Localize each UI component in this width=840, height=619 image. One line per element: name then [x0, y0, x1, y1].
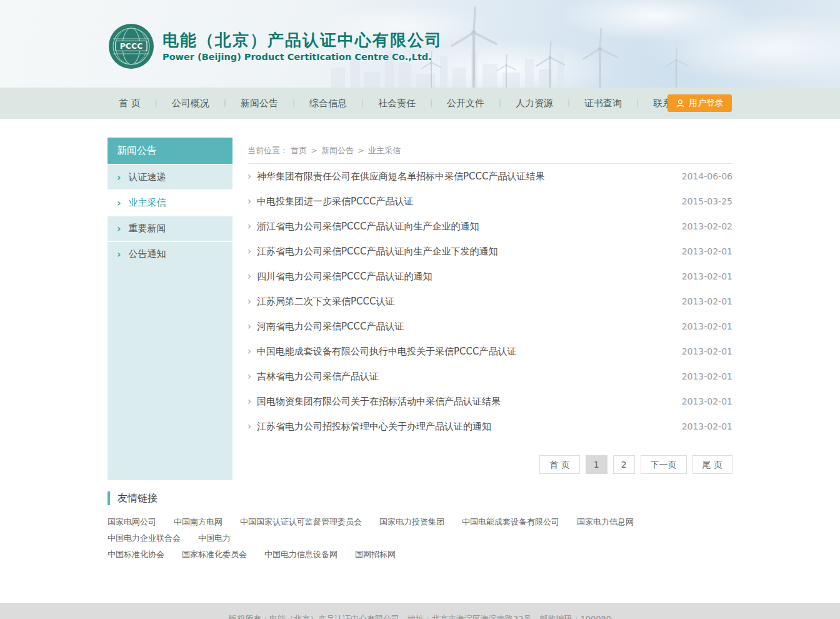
- news-row: ›河南省电力公司采信PCCC产品认证2013-02-01: [248, 314, 732, 339]
- site-header: PCCC 电能（北京）产品认证中心有限公司 Power (Beijing) Pr…: [0, 0, 840, 88]
- arrow-right-icon: ›: [248, 397, 251, 406]
- arrow-right-icon: ›: [248, 322, 251, 331]
- news-row: ›国电物资集团有限公司关于在招标活动中采信产品认证结果2013-02-01: [248, 389, 732, 414]
- news-link[interactable]: 江苏局第二次下文采信PCCC认证: [257, 289, 669, 314]
- news-link[interactable]: 中电投集团进一步采信PCCC产品认证: [257, 189, 669, 214]
- news-link[interactable]: 四川省电力公司采信PCCC产品认证的通知: [257, 264, 669, 289]
- sidebar-item[interactable]: ›业主采信: [108, 189, 232, 215]
- friend-link[interactable]: 中国南方电网: [174, 514, 222, 530]
- friend-link[interactable]: 国家电网公司: [108, 514, 156, 530]
- news-link[interactable]: 江苏省电力公司采信PCCC产品认证向生产企业下发的通知: [257, 239, 669, 264]
- login-label: 用户登录: [689, 98, 724, 109]
- friend-links-row: 国家电网公司中国南方电网中国国家认证认可监督管理委员会国家电力投资集团中国电能成…: [108, 514, 732, 546]
- pagination-page[interactable]: 1: [586, 455, 608, 474]
- pagination-last[interactable]: 尾 页: [692, 455, 732, 474]
- news-date: 2013-02-01: [682, 264, 732, 289]
- nav-item[interactable]: 证书查询: [570, 88, 636, 119]
- nav-item[interactable]: 公开文件: [432, 88, 499, 119]
- breadcrumb: 当前位置： 首页>新闻公告>业主采信: [248, 138, 732, 164]
- arrow-right-icon: ›: [248, 172, 251, 181]
- friend-link[interactable]: 国家电力投资集团: [379, 514, 444, 530]
- news-date: 2013-02-01: [682, 314, 732, 339]
- friend-link[interactable]: 中国电力信息设备网: [264, 546, 338, 563]
- main-area: 新闻公告 ›认证速递›业主采信›重要新闻›公告通知 当前位置： 首页>新闻公告>…: [0, 119, 840, 573]
- pagination-first[interactable]: 首 页: [539, 455, 579, 474]
- news-date: 2013-02-01: [682, 364, 732, 389]
- news-row: ›四川省电力公司采信PCCC产品认证的通知2013-02-01: [248, 264, 732, 289]
- nav-list: 首 页|公司概况|新闻公告|综合信息|社会责任|公开文件|人力资源|证书查询|联…: [108, 88, 705, 119]
- news-link[interactable]: 河南省电力公司采信PCCC产品认证: [257, 314, 669, 339]
- friend-link[interactable]: 中国电力企业联合会: [108, 530, 181, 546]
- news-link[interactable]: 中国电能成套设备有限公司执行中电投关于采信PCCC产品认证: [257, 339, 669, 364]
- news-link[interactable]: 浙江省电力公司采信PCCC产品认证向生产企业的通知: [257, 214, 669, 239]
- breadcrumb-link[interactable]: 新闻公告: [321, 146, 354, 155]
- nav-item[interactable]: 公司概况: [158, 88, 224, 119]
- nav-item[interactable]: 人力资源: [501, 88, 568, 119]
- arrow-right-icon: ›: [248, 372, 251, 381]
- brand-block: PCCC 电能（北京）产品认证中心有限公司 Power (Beijing) Pr…: [108, 23, 442, 70]
- friend-link[interactable]: 国家电力信息网: [577, 514, 634, 530]
- login-button[interactable]: 用户登录: [668, 94, 732, 112]
- news-row: ›江苏局第二次下文采信PCCC认证2013-02-01: [248, 289, 732, 314]
- arrow-right-icon: ›: [248, 422, 251, 431]
- breadcrumb-prefix: 当前位置：: [248, 146, 288, 155]
- news-row: ›中电投集团进一步采信PCCC产品认证2015-03-25: [248, 189, 732, 214]
- breadcrumb-link[interactable]: 业主采信: [368, 146, 401, 155]
- news-row: ›神华集团有限责任公司在供应商短名单招标中采信PCCC产品认证结果2014-06…: [248, 164, 732, 189]
- pagination-next[interactable]: 下一页: [641, 455, 687, 474]
- chevron-right-icon: ›: [117, 173, 121, 183]
- nav-item[interactable]: 新闻公告: [226, 88, 292, 119]
- friend-link[interactable]: 中国电力: [198, 530, 231, 546]
- news-row: ›江苏省电力公司采信PCCC产品认证向生产企业下发的通知2013-02-01: [248, 239, 732, 264]
- sidebar-item-label: 公告通知: [129, 242, 166, 266]
- nav-item[interactable]: 社会责任: [364, 88, 430, 119]
- news-date: 2013-02-01: [682, 389, 732, 414]
- news-date: 2013-02-01: [682, 339, 732, 364]
- sidebar-item[interactable]: ›重要新闻: [108, 215, 232, 241]
- news-row: ›中国电能成套设备有限公司执行中电投关于采信PCCC产品认证2013-02-01: [248, 339, 732, 364]
- news-date: 2014-06-06: [682, 164, 732, 189]
- breadcrumb-separator: >: [311, 146, 318, 155]
- sidebar-title: 新闻公告: [108, 138, 232, 164]
- news-link[interactable]: 国电物资集团有限公司关于在招标活动中采信产品认证结果: [257, 389, 669, 414]
- site-footer: 版权所有：电能（北京）产品认证中心有限公司 地址：北京市海淀区海淀南路32号 邮…: [0, 603, 840, 619]
- nav-item[interactable]: 综合信息: [295, 88, 361, 119]
- friend-links-title: 友情链接: [108, 491, 732, 505]
- arrow-right-icon: ›: [248, 247, 251, 256]
- sidebar-item[interactable]: ›公告通知: [108, 241, 232, 266]
- main-nav: 首 页|公司概况|新闻公告|综合信息|社会责任|公开文件|人力资源|证书查询|联…: [0, 88, 840, 119]
- news-panel: 当前位置： 首页>新闻公告>业主采信 ›神华集团有限责任公司在供应商短名单招标中…: [248, 138, 732, 480]
- company-name-en: Power (Beijing) Product CertitIcation Ce…: [162, 51, 442, 63]
- user-icon: [676, 99, 685, 108]
- sidebar-item-label: 重要新闻: [129, 216, 166, 241]
- friend-link[interactable]: 中国国家认证认可监督管理委员会: [240, 514, 362, 530]
- news-link[interactable]: 神华集团有限责任公司在供应商短名单招标中采信PCCC产品认证结果: [257, 164, 669, 189]
- friend-links-row: 中国标准化协会国家标准化委员会中国电力信息设备网国网招标网: [108, 546, 732, 563]
- breadcrumb-link[interactable]: 首页: [291, 146, 307, 155]
- friend-link[interactable]: 国家标准化委员会: [182, 546, 247, 563]
- sidebar: 新闻公告 ›认证速递›业主采信›重要新闻›公告通知: [108, 138, 232, 480]
- copyright-line: 版权所有：电能（北京）产品认证中心有限公司 地址：北京市海淀区海淀南路32号 邮…: [0, 611, 840, 619]
- news-date: 2015-03-25: [682, 189, 732, 214]
- friend-links-section: 友情链接 国家电网公司中国南方电网中国国家认证认可监督管理委员会国家电力投资集团…: [108, 491, 732, 563]
- breadcrumb-separator: >: [358, 146, 364, 155]
- chevron-right-icon: ›: [117, 198, 121, 208]
- sidebar-item[interactable]: ›认证速递: [108, 164, 232, 189]
- wind-turbines-decoration: [406, 0, 706, 88]
- pagination-page[interactable]: 2: [613, 455, 635, 474]
- news-row: ›浙江省电力公司采信PCCC产品认证向生产企业的通知2013-02-02: [248, 214, 732, 239]
- friend-link[interactable]: 中国电能成套设备有限公司: [462, 514, 559, 530]
- news-link[interactable]: 吉林省电力公司采信产品认证: [257, 364, 669, 389]
- news-list: ›神华集团有限责任公司在供应商短名单招标中采信PCCC产品认证结果2014-06…: [248, 164, 732, 439]
- news-date: 2013-02-02: [682, 214, 732, 239]
- nav-item[interactable]: 首 页: [108, 88, 155, 119]
- friend-link[interactable]: 中国标准化协会: [108, 546, 164, 563]
- company-name-zh: 电能（北京）产品认证中心有限公司: [162, 29, 442, 51]
- news-date: 2013-02-01: [682, 289, 732, 314]
- company-logo[interactable]: PCCC: [108, 23, 155, 70]
- sidebar-item-label: 认证速递: [129, 165, 166, 189]
- friend-link[interactable]: 国网招标网: [355, 546, 396, 563]
- pagination: 首 页12下一页尾 页: [248, 455, 732, 474]
- chevron-right-icon: ›: [117, 224, 121, 234]
- news-link[interactable]: 江苏省电力公司招投标管理中心关于办理产品认证的通知: [257, 414, 669, 439]
